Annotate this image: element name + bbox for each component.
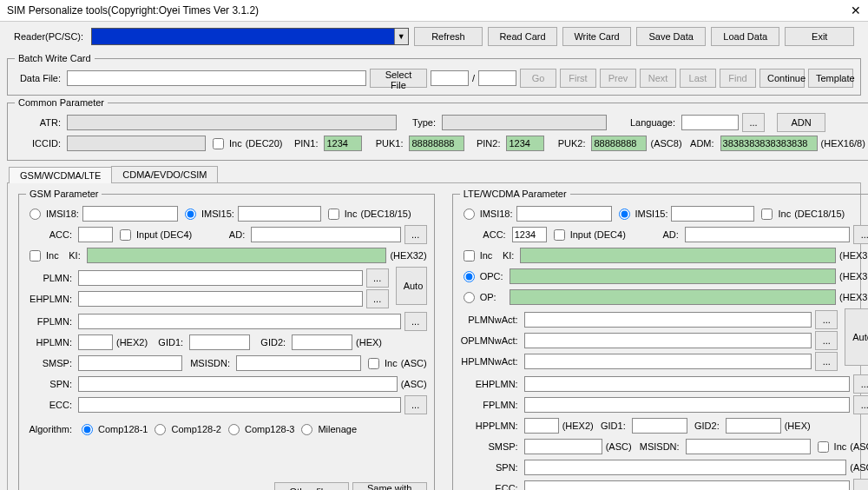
gsm-acc-input-checkbox[interactable] [120, 229, 131, 241]
gsm-ehplmn-browse-button[interactable]: ... [366, 289, 389, 308]
gsm-imsi-inc-checkbox[interactable] [328, 209, 339, 220]
gsm-imsi15-input[interactable] [238, 206, 321, 222]
tab-cdma[interactable]: CDMA/EVDO/CSIM [111, 166, 218, 182]
iccid-input[interactable] [67, 136, 206, 151]
language-input[interactable] [681, 115, 739, 130]
gsm-plmn-input[interactable] [78, 270, 363, 286]
first-button[interactable]: First [560, 69, 596, 88]
pin1-input[interactable] [324, 136, 362, 151]
gsm-imsi18-input[interactable] [82, 206, 178, 222]
gsm-milenage-radio[interactable] [301, 424, 312, 435]
adn-button[interactable]: ADN [777, 113, 825, 132]
gsm-ad-browse-button[interactable]: ... [404, 225, 427, 244]
gsm-ehplmn-input[interactable] [78, 291, 363, 307]
adm-input[interactable] [720, 136, 818, 151]
gsm-comp3-radio[interactable] [228, 424, 240, 435]
lte-ehplmn-browse-button[interactable]: ... [853, 374, 868, 394]
lte-imsi18-input[interactable] [516, 206, 612, 222]
puk2-input[interactable] [591, 136, 647, 151]
lte-ehplmn-input[interactable] [524, 376, 851, 392]
lte-fplmn-browse-button[interactable]: ... [853, 395, 868, 414]
lte-oplmnwact-input[interactable] [524, 333, 812, 348]
atr-input[interactable] [67, 115, 397, 130]
gsm-other-files-button[interactable]: Other files [274, 482, 349, 490]
lte-plmnwact-input[interactable] [524, 312, 812, 328]
gsm-plmn-browse-button[interactable]: ... [366, 268, 389, 288]
close-icon[interactable]: ✕ [851, 3, 861, 17]
lte-imsi18-radio[interactable] [464, 209, 475, 220]
lte-msisdn-input[interactable] [686, 439, 811, 454]
lte-acc-input-checkbox[interactable] [554, 229, 565, 241]
gsm-fplmn-browse-button[interactable]: ... [404, 312, 427, 331]
gsm-gid1-input[interactable] [189, 334, 250, 350]
lte-opc-input[interactable] [510, 268, 836, 284]
iccid-inc-checkbox[interactable] [213, 138, 224, 149]
gsm-auto-button[interactable]: Auto [396, 267, 427, 305]
gsm-msisdn-input[interactable] [236, 355, 361, 371]
lte-hplmnwact-input[interactable] [524, 354, 812, 369]
lte-opc-radio[interactable] [464, 271, 475, 282]
type-input[interactable] [442, 115, 607, 130]
chevron-down-icon[interactable]: ▼ [394, 29, 408, 44]
gsm-gid2-input[interactable] [292, 334, 352, 350]
lte-op-input[interactable] [510, 289, 836, 305]
lte-oplmnwact-browse-button[interactable]: ... [815, 331, 838, 350]
lte-spn-input[interactable] [524, 460, 847, 475]
datafile-input[interactable] [67, 70, 366, 86]
puk1-input[interactable] [409, 136, 464, 151]
lte-ki-input[interactable] [520, 248, 836, 263]
gsm-imsi15-radio[interactable] [185, 209, 196, 220]
lte-hpplmn-input[interactable] [524, 418, 559, 434]
lte-ki-inc-checkbox[interactable] [464, 250, 475, 262]
reader-combo[interactable]: ▼ [91, 28, 409, 45]
gsm-ad-input[interactable] [251, 227, 400, 242]
gsm-ki-input[interactable] [87, 248, 387, 263]
tab-gsm[interactable]: GSM/WCDMA/LTE [9, 167, 112, 183]
gsm-comp2-radio[interactable] [155, 424, 166, 435]
refresh-button[interactable]: Refresh [414, 27, 483, 46]
read-card-button[interactable]: Read Card [488, 27, 557, 46]
lte-imsi15-radio[interactable] [619, 209, 630, 220]
lte-ecc-input[interactable] [524, 480, 851, 490]
lte-ad-browse-button[interactable]: ... [853, 225, 868, 244]
language-browse-button[interactable]: ... [742, 113, 765, 132]
batch-from-input[interactable] [431, 70, 469, 86]
gsm-same-lte-button[interactable]: Same with LTE [352, 482, 427, 490]
lte-gid1-input[interactable] [632, 418, 687, 434]
load-data-button[interactable]: Load Data [711, 27, 780, 46]
gsm-smsp-input[interactable] [78, 355, 182, 371]
select-file-button[interactable]: Select File [370, 69, 427, 88]
gsm-hplmn-input[interactable] [78, 334, 113, 350]
save-data-button[interactable]: Save Data [636, 27, 706, 46]
gsm-ecc-input[interactable] [78, 397, 401, 413]
gsm-ki-inc-checkbox[interactable] [30, 250, 41, 262]
lte-op-radio[interactable] [464, 292, 475, 303]
exit-button[interactable]: Exit [785, 27, 854, 46]
prev-button[interactable]: Prev [600, 69, 636, 88]
lte-hplmnwact-browse-button[interactable]: ... [815, 352, 838, 371]
gsm-spn-input[interactable] [78, 376, 398, 392]
find-button[interactable]: Find [720, 69, 756, 88]
lte-ecc-browse-button[interactable]: ... [853, 479, 868, 490]
gsm-comp1-radio[interactable] [82, 424, 93, 435]
gsm-imsi18-radio[interactable] [30, 209, 41, 220]
gsm-ecc-browse-button[interactable]: ... [404, 395, 427, 414]
lte-plmnwact-browse-button[interactable]: ... [815, 310, 838, 329]
write-card-button[interactable]: Write Card [562, 27, 632, 46]
lte-smsp-input[interactable] [524, 439, 602, 454]
last-button[interactable]: Last [680, 69, 716, 88]
gsm-fplmn-input[interactable] [78, 314, 401, 329]
gsm-msisdn-inc-checkbox[interactable] [368, 358, 379, 369]
gsm-acc-input[interactable] [78, 227, 113, 242]
lte-acc-input[interactable] [512, 227, 547, 242]
lte-msisdn-inc-checkbox[interactable] [818, 441, 829, 453]
go-button[interactable]: Go [520, 69, 556, 88]
next-button[interactable]: Next [640, 69, 676, 88]
lte-auto-button[interactable]: Auto [845, 308, 868, 366]
lte-gid2-input[interactable] [726, 418, 781, 434]
continue-button[interactable]: Continue [760, 69, 805, 88]
batch-to-input[interactable] [478, 70, 516, 86]
lte-fplmn-input[interactable] [524, 397, 851, 413]
lte-ad-input[interactable] [685, 227, 850, 242]
template-button[interactable]: Template [808, 69, 853, 88]
